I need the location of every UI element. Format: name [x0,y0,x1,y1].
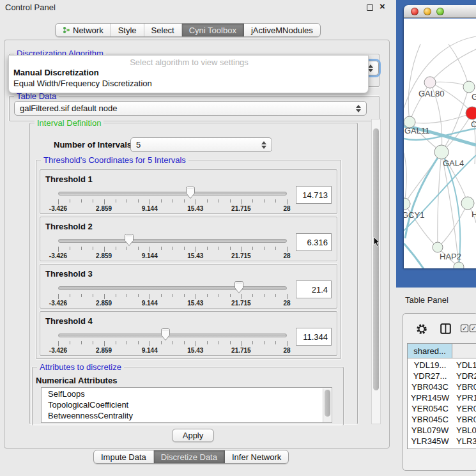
table-row[interactable]: YBR043CYBR0 [408,382,476,393]
threshold-value-field[interactable]: 21.4 [296,280,332,298]
network-node-gal4[interactable] [434,145,449,159]
tab-network[interactable]: Network [56,24,111,36]
slider-tick [264,341,265,344]
slider-track[interactable] [58,286,287,290]
table-row[interactable]: YLR345WYLR3 [408,436,476,447]
slider-tick [230,247,231,250]
tab-label: Network [73,26,104,35]
slider-thumb[interactable] [234,281,244,294]
tab-select[interactable]: Select [144,24,182,36]
threshold-value-field[interactable]: 14.713 [296,186,332,204]
slider-tick [207,341,208,344]
network-node-gal80[interactable] [424,77,436,88]
popup-item-manual-discretization[interactable]: Manual Discretization [13,68,99,77]
tab-infer-network[interactable]: Infer Network [225,450,288,463]
network-edge[interactable] [404,153,406,204]
apply-button[interactable]: Apply [172,429,214,442]
checkbox-icon[interactable]: ✓ [470,325,476,332]
column-header-1[interactable]: shared... [408,344,452,358]
table-row[interactable]: YDR27...YDR2 [408,371,476,382]
slider-tick [70,247,70,250]
zoom-traffic-light-icon[interactable] [436,8,444,15]
slider-track[interactable] [58,192,287,196]
network-edge[interactable] [441,152,459,267]
network-node-hap2[interactable] [433,242,443,252]
tab-style[interactable]: Style [111,24,144,36]
network-window-titlebar[interactable] [404,5,476,18]
slider-tick-label: 28 [268,300,306,307]
gear-icon[interactable] [416,323,427,335]
float-window-icon[interactable] [367,4,373,11]
column-header-2[interactable]: na [452,344,476,358]
attributes-scrollbar[interactable] [323,388,331,423]
network-node-c[interactable] [466,107,476,119]
slider-tick [252,247,253,250]
slider-tick [150,247,150,252]
interval-definition-title: Interval Definition [35,118,104,128]
table-row[interactable]: YER054CYER0 [408,404,476,415]
network-node-label: C [471,119,476,129]
network-edge[interactable] [430,49,476,82]
tab-cyni-toolbox[interactable]: Cyni Toolbox [182,24,244,36]
table-row[interactable]: YBL079WYBL0 [408,426,476,436]
slider-tick [93,199,93,203]
number-of-intervals-combobox[interactable]: 5 [130,137,272,152]
attributes-scrollbar-thumb[interactable] [325,390,330,417]
slider-track[interactable] [58,334,287,337]
right-pane: GAL80GALCGAL11GAL4GCY1HHAP2 Table Panel … [396,0,476,476]
slider-tick-label: 15.43 [176,347,215,354]
threshold-value-field[interactable]: 11.344 [296,328,332,346]
attribute-item-topologicalcoefficient[interactable]: TopologicalCoefficient [48,400,128,410]
network-edge[interactable] [410,113,472,123]
tab-discretize-data[interactable]: Discretize Data [154,450,225,463]
slider-thumb[interactable] [160,328,171,341]
close-traffic-light-icon[interactable] [411,8,418,15]
network-edge[interactable] [449,44,469,87]
slider-tick [70,294,70,297]
slider-tick-label: 15.43 [176,205,215,212]
table-row[interactable]: YPR145WYPR1 [408,393,476,404]
table-data-combobox[interactable]: galFiltered.sif default node [14,101,367,116]
slider-tick [104,294,105,299]
slider-tick [104,341,105,346]
attribute-item-betweennesscentrality[interactable]: BetweennessCentrality [48,411,133,420]
slider-tick [93,341,93,344]
tab-label: jActiveMNodules [251,26,313,35]
slider-tick-label: 21.715 [222,300,260,307]
slider-track[interactable] [58,239,287,243]
panel-scrollbar[interactable] [371,119,381,424]
threshold-value-field[interactable]: 6.316 [296,233,332,251]
slider-tick [161,199,162,203]
table-row[interactable]: YIL052CYIL0 [408,447,476,449]
numerical-attributes-list[interactable]: SelfLoopsTopologicalCoefficientBetweenne… [41,387,332,423]
panel-scrollbar-thumb[interactable] [373,128,379,390]
slider-tick [207,294,208,297]
tab-jactivemnodules[interactable]: jActiveMNodules [244,24,320,36]
slider-thumb[interactable] [124,234,134,247]
network-node[interactable] [454,262,464,268]
tab-impute-data[interactable]: Impute Data [94,450,154,463]
table-row[interactable]: YDL19...YDL1 [408,360,476,371]
checkbox-icon[interactable]: ✓ [461,325,468,332]
slider-tick [104,247,105,252]
slider-tick [138,341,139,344]
control-panel: Control Panel × NetworkStyleSelectCyni T… [0,0,396,476]
split-columns-icon[interactable] [440,323,451,334]
tab-label: Impute Data [101,452,146,462]
close-icon[interactable]: × [380,1,385,12]
network-canvas[interactable]: GAL80GALCGAL11GAL4GCY1HHAP2 [404,19,476,268]
attribute-item-selfloops[interactable]: SelfLoops [48,389,85,399]
minimize-traffic-light-icon[interactable] [424,8,431,15]
slider-tick [241,341,242,346]
network-node-h[interactable] [461,197,474,210]
popup-item-equal-width-frequency-discretization[interactable]: Equal Width/Frequency Discretization [13,79,152,88]
network-edge-highlighted[interactable] [404,243,432,268]
network-edge[interactable] [438,203,468,247]
slider-tick [184,247,185,250]
network-edge[interactable] [438,152,441,247]
network-node-gal[interactable] [463,81,475,93]
threshold-label: Threshold 1 [45,174,93,184]
table-row[interactable]: YBR045CYBR0 [408,415,476,426]
network-node-gcy1[interactable] [404,198,410,210]
slider-thumb[interactable] [185,187,196,199]
